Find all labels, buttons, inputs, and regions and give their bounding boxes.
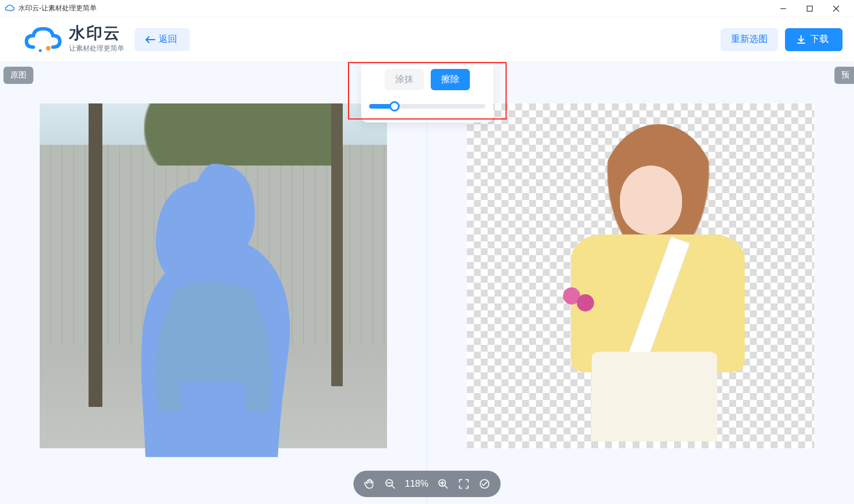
svg-line-8 xyxy=(392,486,395,488)
download-button[interactable]: 下载 xyxy=(785,28,842,51)
zoom-in-icon xyxy=(438,478,449,490)
window-title: 水印云-让素材处理更简单 xyxy=(18,3,770,13)
window-controls xyxy=(770,0,849,17)
tab-smear[interactable]: 涂抹 xyxy=(385,69,424,90)
svg-rect-2 xyxy=(807,6,813,11)
title-bar: 水印云-让素材处理更简单 xyxy=(0,0,854,17)
check-circle-icon xyxy=(479,478,491,490)
brush-size-slider[interactable] xyxy=(369,101,485,112)
pan-tool[interactable] xyxy=(363,478,375,490)
tool-tabs: 涂抹 擦除 xyxy=(369,69,485,90)
back-button[interactable]: 返回 xyxy=(135,28,190,51)
canvas-toolbar: 118% xyxy=(353,471,501,497)
result-image-pane[interactable] xyxy=(427,62,854,504)
svg-point-0 xyxy=(10,10,12,11)
download-icon xyxy=(796,35,806,44)
tab-smear-label: 涂抹 xyxy=(395,74,413,84)
svg-line-11 xyxy=(445,486,447,488)
minimize-button[interactable] xyxy=(770,0,796,17)
result-image xyxy=(467,103,814,448)
zoom-out-icon xyxy=(384,478,396,490)
back-label: 返回 xyxy=(159,33,177,45)
maximize-button[interactable] xyxy=(796,0,823,17)
person-with-mask xyxy=(93,147,334,468)
preview-badge: 预 xyxy=(834,67,854,84)
brush-tool-panel: 涂抹 擦除 xyxy=(361,62,493,122)
slider-thumb[interactable] xyxy=(389,101,400,111)
reselect-label: 重新选图 xyxy=(731,34,768,44)
download-label: 下载 xyxy=(810,33,829,45)
original-badge: 原图 xyxy=(3,67,33,84)
zoom-out-button[interactable] xyxy=(384,478,396,490)
logo-name: 水印云 xyxy=(69,25,124,41)
logo-icon xyxy=(23,25,63,54)
main-area: 原图 预 涂抹 擦除 xyxy=(0,62,854,504)
logo: 水印云 让素材处理更简单 xyxy=(23,25,124,54)
tab-erase-label: 擦除 xyxy=(441,74,459,84)
app-header: 水印云 让素材处理更简单 返回 重新选图 下载 xyxy=(0,17,854,62)
logo-slogan: 让素材处理更简单 xyxy=(69,44,124,53)
app-icon xyxy=(5,3,15,14)
slider-track xyxy=(369,104,485,109)
original-image-pane[interactable] xyxy=(0,62,427,504)
hand-icon xyxy=(363,478,375,490)
fullscreen-icon xyxy=(458,478,470,490)
zoom-level: 118% xyxy=(405,479,428,489)
fit-screen-button[interactable] xyxy=(458,478,470,490)
confirm-button[interactable] xyxy=(479,478,491,490)
tab-erase[interactable]: 擦除 xyxy=(431,69,470,90)
zoom-in-button[interactable] xyxy=(438,478,449,490)
close-button[interactable] xyxy=(823,0,849,17)
original-image xyxy=(40,103,387,448)
reselect-button[interactable]: 重新选图 xyxy=(721,28,778,51)
svg-point-5 xyxy=(46,46,51,51)
arrow-left-icon xyxy=(145,36,155,44)
svg-point-6 xyxy=(39,49,42,52)
